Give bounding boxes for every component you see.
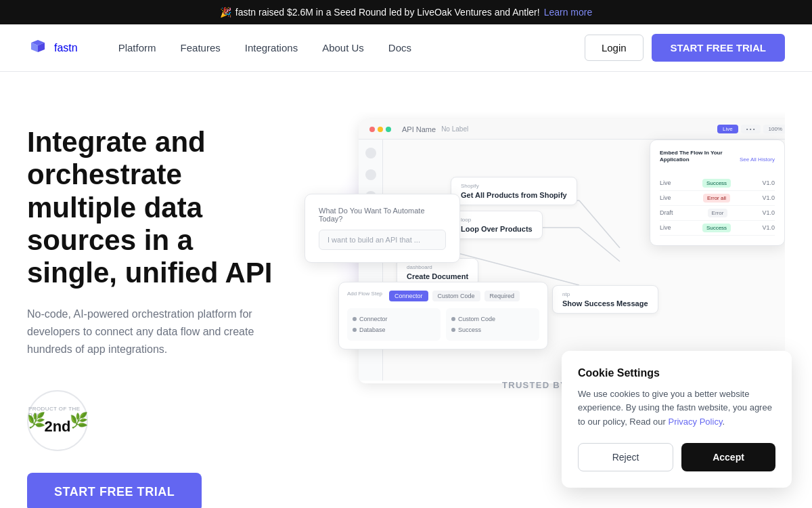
flow-item-database: Database [353, 324, 435, 335]
accept-button[interactable]: Accept [681, 443, 775, 471]
badge-circle: 🌿 Product of the day 2nd 🌿 [27, 390, 88, 451]
svg-line-3 [579, 200, 620, 248]
nav-actions: Login START FREE TRIAL [585, 34, 785, 62]
flow-tab-custom[interactable]: Custom Code [432, 291, 480, 301]
dot-green [386, 127, 391, 132]
live-badge: Live [717, 125, 738, 133]
history-row-3: Draft Error V1.0 [660, 206, 775, 221]
prompt-input[interactable]: I want to build an API that ... [319, 230, 446, 250]
flow-item-connector: Connector [353, 314, 435, 324]
nav-platform[interactable]: Platform [118, 42, 156, 54]
status-badge-2: Error all [703, 194, 730, 203]
dot-red [369, 127, 375, 132]
nav-features[interactable]: Features [181, 42, 221, 54]
history-row-2: Live Error all V1.0 [660, 191, 775, 206]
cta-container: START FREE TRIAL No credit card required [27, 473, 284, 508]
card-header-sublabel: No Label [441, 125, 468, 133]
svg-line-4 [579, 228, 620, 261]
announcement-link[interactable]: Learn more [544, 7, 593, 18]
laurel-left-icon: 🌿 [27, 412, 45, 429]
logo-text: fastn [54, 42, 78, 54]
trial-button-nav[interactable]: START FREE TRIAL [652, 34, 785, 62]
flow-tab-required[interactable]: Required [484, 291, 520, 301]
history-title: Embed The Flow In Your Application [660, 150, 734, 164]
sidebar-item-1 [365, 148, 376, 158]
reject-button[interactable]: Reject [578, 443, 673, 471]
status-badge-1: Success [702, 179, 731, 188]
announcement-emoji: 🎉 [220, 7, 231, 18]
logo[interactable]: fastn [27, 37, 78, 59]
window-dots [369, 127, 391, 132]
status-badge-3: Error [708, 209, 728, 217]
privacy-policy-link[interactable]: Privacy Policy [668, 417, 722, 427]
flow-item-success: Success [451, 324, 534, 335]
badge-rank: 2nd [44, 418, 70, 436]
hero-title: Integrate and orchestrate multiple data … [27, 126, 284, 289]
status-badge-4: Success [702, 224, 731, 232]
success-node: ntp Show Success Message [552, 285, 658, 314]
flow-item-custom-code: Custom Code [451, 314, 534, 324]
see-all-link[interactable]: See All History [740, 156, 775, 163]
navbar: fastn Platform Features Integrations Abo… [0, 24, 812, 72]
prompt-card: What Do You Want To Automate Today? I wa… [304, 194, 460, 263]
flow-tabs: Add Flow Step Connector Custom Code Requ… [347, 291, 539, 301]
history-row-4: Live Success V1.0 [660, 221, 775, 236]
hero-left: Integrate and orchestrate multiple data … [27, 112, 284, 508]
prompt-label: What Do You Want To Automate Today? [319, 207, 446, 223]
nav-docs[interactable]: Docs [388, 42, 411, 54]
shopify-node: Shopify Get All Products from Shopify [451, 177, 577, 205]
nav-about[interactable]: About Us [322, 42, 364, 54]
logo-icon [27, 37, 49, 59]
flow-card: Add Flow Step Connector Custom Code Requ… [338, 282, 548, 350]
laurel-right-icon: 🌿 [70, 412, 88, 429]
nav-links: Platform Features Integrations About Us … [118, 42, 585, 54]
nav-integrations[interactable]: Integrations [245, 42, 298, 54]
flow-content: Connector Database Custom Code [347, 308, 539, 341]
history-row-1: Live Success V1.0 [660, 176, 775, 191]
flow-col-1: Connector Database [347, 308, 441, 341]
history-card: Embed The Flow In Your Application See A… [650, 140, 785, 246]
hero-subtitle: No-code, AI-powered orchestration platfo… [27, 305, 257, 358]
card-header: API Name No Label Live • • • 100% [359, 119, 785, 140]
card-header-label: API Name [402, 125, 436, 133]
trusted-by-label: TRUSTED BY [502, 380, 567, 390]
cookie-actions: Reject Accept [578, 443, 775, 471]
announcement-text: fastn raised $2.6M in a Seed Round led b… [235, 7, 540, 18]
cta-button[interactable]: START FREE TRIAL [27, 473, 202, 508]
announcement-bar: 🎉 fastn raised $2.6M in a Seed Round led… [0, 0, 812, 24]
cookie-modal: Cookie Settings We use cookies to give y… [562, 351, 792, 488]
sidebar-item-2 [365, 169, 376, 180]
card-header-controls: Live • • • 100% [717, 125, 785, 133]
dot-yellow [378, 127, 383, 132]
cookie-text: We use cookies to give you a better webs… [578, 387, 775, 429]
cookie-title: Cookie Settings [578, 367, 775, 379]
product-hunt-badge: 🌿 Product of the day 2nd 🌿 [27, 390, 284, 451]
flow-tab-connector[interactable]: Connector [389, 291, 428, 301]
controls-dots: • • • [741, 125, 761, 133]
zoom-label: 100% [763, 125, 785, 133]
login-button[interactable]: Login [585, 35, 644, 61]
loop-node: loop Loop Over Products [451, 211, 543, 239]
flow-col-2: Custom Code Success [446, 308, 539, 341]
